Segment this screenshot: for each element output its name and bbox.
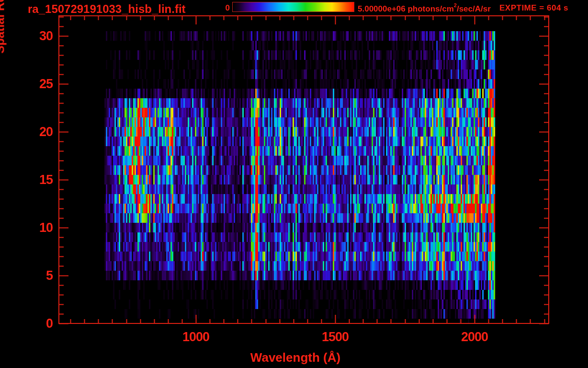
colorbar-max-prefix: 5.00000e+06 photons/cm [358,4,454,13]
colorbar-max-superscript: 2 [454,2,457,8]
y-tick-label-10: 10 [0,220,53,235]
plot-title: ra_150729191033_hisb_lin.fit [28,2,186,16]
colorbar-min-label: 0 [211,3,230,13]
x-tick-label-1500: 1500 [306,330,364,344]
y-tick-label-5: 5 [0,268,53,283]
colorbar-max-label: 5.00000e+06 photons/cm2/sec/A/sr [358,3,491,14]
y-axis-title-text: Spatial Row (Pixel) [0,0,7,54]
colorbar-max-suffix: /sec/A/sr [457,4,491,13]
x-tick-label-1000: 1000 [167,330,225,344]
y-tick-label-25: 25 [0,76,53,92]
plot-window: ra_150729191033_hisb_lin.fit 0 5.00000e+… [0,0,588,368]
exptime-label: EXPTIME = 604 s [499,3,568,13]
y-tick-label-15: 15 [0,172,53,187]
y-tick-label-0: 0 [0,316,53,331]
x-axis-title: Wavelength (Å) [224,350,367,365]
spectrogram-canvas [0,0,588,368]
y-tick-label-20: 20 [0,124,53,139]
x-tick-label-2000: 2000 [446,330,503,344]
colorbar-gradient [232,2,354,12]
y-tick-label-30: 30 [0,28,53,44]
